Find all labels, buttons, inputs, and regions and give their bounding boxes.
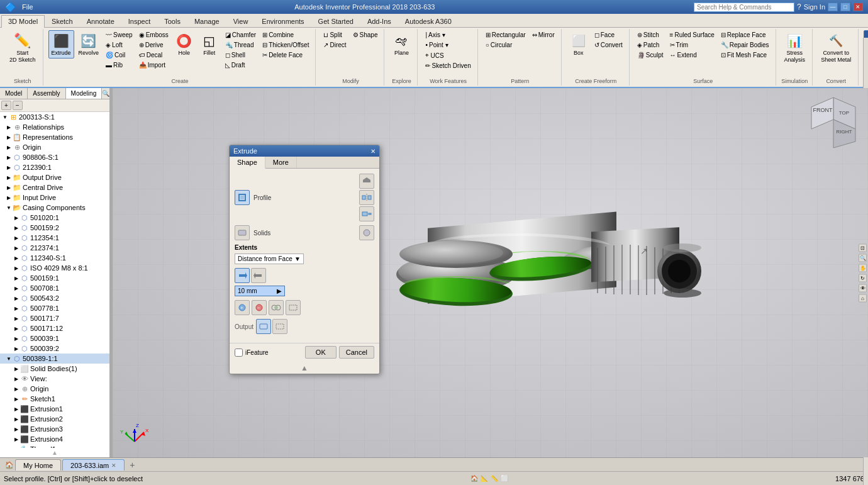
decal-button[interactable]: 🏷 Decal (136, 50, 171, 60)
help-icon[interactable]: ? (797, 3, 801, 11)
tree-item-212390[interactable]: ▶ ⬡ 212390:1 (0, 162, 109, 172)
shell-button[interactable]: ◻ Shell (223, 50, 259, 60)
split-button[interactable]: ⊔Split (321, 30, 348, 40)
max-button[interactable]: □ (840, 3, 850, 11)
convert-ff-button[interactable]: ↺Convert (592, 40, 625, 50)
expand-icon[interactable]: ▶ (13, 395, 20, 403)
dialog-tab-shape[interactable]: Shape (230, 157, 265, 169)
ifeature-checkbox[interactable] (235, 348, 243, 357)
tree-item-root[interactable]: ▼ ⊞ 200313-S:1 (0, 112, 109, 122)
dir-neg-btn[interactable] (251, 268, 266, 283)
dialog-tab-more[interactable]: More (265, 157, 297, 168)
expand-icon[interactable]: ▶ (13, 365, 20, 372)
expand-icon[interactable]: ▶ (13, 435, 20, 443)
combine-button[interactable]: ⊞ Combine (260, 30, 311, 40)
patch-button[interactable]: ◈Patch (635, 40, 666, 50)
stitch-button[interactable]: ⊛Stitch (635, 30, 666, 40)
start-sketch-button[interactable]: ✏️ Start2D Sketch (6, 30, 39, 65)
intersect-btn[interactable] (269, 300, 284, 315)
tab-a360[interactable]: Autodesk A360 (398, 15, 459, 27)
tree-item-solidbodies[interactable]: ▶ ⬜ Solid Bodies(1) (0, 364, 109, 374)
draft-button[interactable]: ◺ Draft (223, 60, 259, 70)
panel-search-icon[interactable]: 🔍 (102, 90, 109, 97)
expand-icon[interactable]: ▶ (5, 123, 13, 131)
expand-icon[interactable]: ▶ (5, 174, 13, 181)
tree-item-500389[interactable]: ▼ ⬡ 500389-1:1 (0, 354, 109, 364)
expand-icon[interactable]: ▼ (5, 204, 13, 211)
expand-icon[interactable]: ▶ (5, 194, 13, 201)
import-button[interactable]: 📥 Import (136, 60, 171, 70)
tab-203633[interactable]: 203-633.iam ✕ (62, 459, 125, 471)
join-btn[interactable]: + (235, 300, 250, 315)
viewport[interactable]: ↗ X Y Z (113, 88, 868, 457)
tree-item-501020[interactable]: ▶ ⬡ 501020:1 (0, 213, 109, 223)
distance-input[interactable]: 10 mm ▶ (235, 286, 285, 296)
expand-icon[interactable]: ▶ (13, 335, 20, 342)
sweep-button[interactable]: 〰 Sweep (103, 30, 135, 40)
expand-icon[interactable]: ▶ (13, 224, 20, 231)
sketchdriven-button[interactable]: ✏Sketch Driven (423, 61, 473, 70)
tree-item-500708[interactable]: ▶ ⬡ 500708:1 (0, 283, 109, 293)
tree-item-500543[interactable]: ▶ ⬡ 500543:2 (0, 293, 109, 303)
new-tab-btn[interactable]: + (126, 459, 138, 471)
fillet-button[interactable]: ◱ Fillet (198, 30, 221, 59)
expand-icon[interactable]: ▶ (13, 294, 20, 302)
expand-icon[interactable]: ▶ (13, 345, 20, 352)
thicken-button[interactable]: ⊟ Thicken/Offset (260, 40, 311, 50)
tab-manage[interactable]: Manage (187, 15, 226, 27)
collapse-all-button[interactable]: − (13, 101, 23, 110)
dialog-close-btn[interactable]: ✕ (370, 148, 376, 155)
dir-pos-btn[interactable] (235, 268, 250, 283)
derive-button[interactable]: ⊕ Derive (136, 40, 171, 50)
surface-output-btn[interactable] (272, 319, 287, 334)
pan-btn[interactable]: ✋ (859, 264, 867, 272)
signin-btn[interactable]: Sign In (804, 3, 825, 11)
hole-button[interactable]: ⭕ Hole (172, 30, 196, 59)
tree-item-extrusion1[interactable]: ▶ ⬛ Extrusion1 (0, 404, 109, 414)
expand-icon[interactable]: ▶ (13, 234, 20, 242)
plane-button[interactable]: 🛩 Plane (389, 30, 413, 59)
expand-icon[interactable]: ▶ (13, 274, 20, 282)
expand-icon[interactable]: ▶ (13, 425, 20, 433)
expand-icon[interactable]: ▶ (13, 214, 20, 221)
repairbodies-button[interactable]: 🔧Repair Bodies (718, 40, 772, 50)
tree-item-500171-12[interactable]: ▶ ⬡ 500171:12 (0, 323, 109, 333)
expand-icon[interactable]: ▶ (13, 325, 20, 332)
tab-view[interactable]: View (226, 15, 255, 27)
zoom-extents-btn[interactable]: ⊡ (859, 243, 867, 252)
symmetric-btn[interactable] (359, 190, 374, 205)
tree-item-extrusion2[interactable]: ▶ ⬛ Extrusion2 (0, 414, 109, 424)
tab-myhome[interactable]: My Home (15, 459, 61, 471)
direct-button[interactable]: ↗Direct (321, 40, 348, 50)
tab-tools[interactable]: Tools (157, 15, 187, 27)
extrude-button[interactable]: ⬛ Extrude (48, 30, 74, 59)
rib-button[interactable]: ▬ Rib (103, 60, 135, 70)
close-button[interactable]: ✕ (853, 3, 863, 11)
tree-item-112354[interactable]: ▶ ⬡ 112354:1 (0, 233, 109, 243)
extents-type-dropdown[interactable]: Distance from Face ▼ (235, 254, 304, 264)
expand-icon[interactable]: ▶ (13, 244, 20, 252)
thread-button[interactable]: 🔩 Thread (223, 40, 259, 50)
expand-icon[interactable]: ▶ (5, 164, 13, 171)
cut-btn[interactable]: − (252, 300, 267, 315)
circular-button[interactable]: ○Circular (483, 40, 528, 50)
profile-select-btn[interactable] (235, 190, 250, 205)
tree-item-outputdrive[interactable]: ▶ 📁 Output Drive (0, 172, 109, 182)
tree-item-112340[interactable]: ▶ ⬡ 112340-S:1 (0, 253, 109, 263)
model-tab[interactable]: Model (0, 88, 28, 99)
ucs-button[interactable]: ⌖UCS (423, 50, 473, 60)
expand-icon[interactable]: ▶ (5, 153, 13, 161)
dialog-collapse-arrow[interactable]: ▲ (230, 362, 379, 374)
tree-item-500159-2[interactable]: ▶ ⬡ 500159:2 (0, 223, 109, 233)
file-menu[interactable]: File (19, 3, 36, 11)
solids-select-btn[interactable] (235, 225, 250, 240)
viewcube[interactable]: FRONT TOP RIGHT (805, 94, 855, 145)
tree-item-908806[interactable]: ▶ ⬡ 908806-S:1 (0, 152, 109, 162)
stressanalysis-button[interactable]: 📊 StressAnalysis (781, 30, 809, 65)
rectangular-button[interactable]: ⊞Rectangular (483, 30, 528, 40)
expand-icon[interactable]: ▶ (13, 415, 20, 423)
tree-item-212374[interactable]: ▶ ⬡ 212374:1 (0, 243, 109, 253)
tree-item-iso4029[interactable]: ▶ ⬡ ISO 4029 M8 x 8:1 (0, 263, 109, 273)
ruledsurf-button[interactable]: ≡Ruled Surface (667, 30, 717, 40)
expand-icon[interactable]: ▶ (13, 315, 20, 322)
